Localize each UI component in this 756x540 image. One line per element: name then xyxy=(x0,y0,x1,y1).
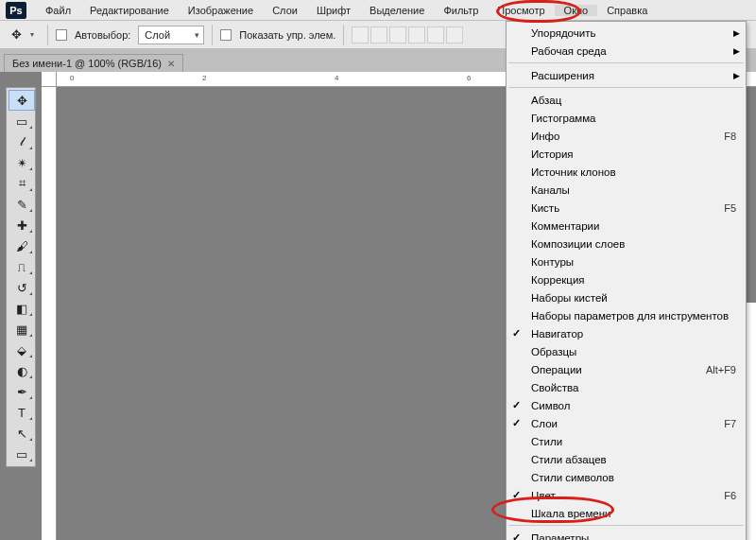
menu-item-label: Инфо xyxy=(531,131,559,142)
menu-item-label: Стили xyxy=(531,436,562,447)
menu-item[interactable]: Шкала времени xyxy=(507,504,746,522)
gradient-tool[interactable]: ▦ xyxy=(9,319,35,340)
lasso-tool[interactable]: 𝓁 xyxy=(9,131,35,152)
stamp-tool[interactable]: ⎍ xyxy=(9,256,35,277)
check-icon: ✓ xyxy=(512,399,521,411)
menu-separator xyxy=(508,87,744,88)
menu-item-label: Стили символов xyxy=(531,472,614,483)
magic-wand-tool[interactable]: ✴ xyxy=(9,152,35,173)
menu-item[interactable]: Свойства xyxy=(507,378,746,396)
shape-tool[interactable]: ▭ xyxy=(9,444,35,464)
menu-item[interactable]: Слои✓F7 xyxy=(507,414,746,432)
menu-item[interactable]: Рабочая среда▶ xyxy=(507,42,746,60)
menu-item-label: Каналы xyxy=(531,184,570,196)
align-button[interactable] xyxy=(370,26,387,44)
menu-item[interactable]: ИнфоF8 xyxy=(507,127,746,145)
shortcut-label: F8 xyxy=(724,131,736,142)
window-menu-dropdown: Упорядочить▶Рабочая среда▶Расширения▶Абз… xyxy=(506,21,747,540)
eraser-tool[interactable]: ◧ xyxy=(9,298,35,319)
show-controls-label: Показать упр. элем. xyxy=(239,29,335,41)
menu-item[interactable]: Стили xyxy=(507,432,746,450)
healing-tool[interactable]: ✚ xyxy=(9,215,35,235)
menu-item-label: Стили абзацев xyxy=(531,454,607,465)
history-brush-tool[interactable]: ↺ xyxy=(9,277,35,298)
menu-просмотр[interactable]: Просмотр xyxy=(488,5,554,16)
menu-item[interactable]: Композиции слоев xyxy=(507,235,746,253)
menu-item[interactable]: Цвет✓F6 xyxy=(507,486,746,504)
menu-изображение[interactable]: Изображение xyxy=(179,5,263,16)
menu-шрифт[interactable]: Шрифт xyxy=(307,5,360,16)
menu-item[interactable]: Навигатор✓ xyxy=(507,324,746,342)
tool-preset-chevron-icon[interactable]: ▾ xyxy=(30,30,40,40)
menu-item[interactable]: Абзац xyxy=(507,91,746,109)
brush-tool[interactable]: 🖌 xyxy=(9,235,35,256)
menu-item-label: Свойства xyxy=(531,382,579,393)
check-icon: ✓ xyxy=(512,417,521,429)
toolbox: ✥▭𝓁✴⌗✎✚🖌⎍↺◧▦⬙◐✒T↖▭ xyxy=(6,87,36,467)
menu-item[interactable]: Расширения▶ xyxy=(507,66,746,84)
menu-item-label: Наборы кистей xyxy=(531,292,608,304)
crop-tool[interactable]: ⌗ xyxy=(9,173,35,194)
menu-item-label: Коррекция xyxy=(531,274,585,286)
menu-item-label: Контуры xyxy=(531,256,574,268)
menu-item-label: Абзац xyxy=(531,95,561,106)
menu-редактирование[interactable]: Редактирование xyxy=(80,5,179,16)
menu-item-label: Символ xyxy=(531,400,570,411)
menu-item[interactable]: Образцы xyxy=(507,342,746,360)
pen-tool[interactable]: ✒ xyxy=(9,381,35,402)
shortcut-label: Alt+F9 xyxy=(706,364,736,375)
menu-item[interactable]: Упорядочить▶ xyxy=(507,24,746,42)
shortcut-label: F5 xyxy=(724,202,736,214)
align-button[interactable] xyxy=(352,26,369,44)
document-tab[interactable]: Без имени-1 @ 100% (RGB/16) ✕ xyxy=(4,54,183,72)
document-tab-title: Без имени-1 @ 100% (RGB/16) xyxy=(12,58,162,69)
check-icon: ✓ xyxy=(512,531,521,540)
submenu-arrow-icon: ▶ xyxy=(733,46,740,56)
check-icon: ✓ xyxy=(512,327,521,340)
menu-item[interactable]: Контуры xyxy=(507,253,746,270)
menu-item[interactable]: История xyxy=(507,145,746,163)
menu-item[interactable]: Параметры✓ xyxy=(507,529,746,540)
menu-item[interactable]: Стили абзацев xyxy=(507,450,746,468)
path-select-tool[interactable]: ↖ xyxy=(9,423,35,444)
align-button[interactable] xyxy=(427,26,444,44)
menu-item[interactable]: Наборы параметров для инструментов xyxy=(507,306,746,324)
menu-item[interactable]: Коррекция xyxy=(507,270,746,288)
menu-item-label: Комментарии xyxy=(531,220,599,232)
menu-справка[interactable]: Справка xyxy=(597,5,657,16)
autoselect-value: Слой xyxy=(145,29,170,41)
autoselect-dropdown[interactable]: Слой xyxy=(138,26,204,44)
menu-файл[interactable]: Файл xyxy=(36,5,80,16)
type-tool[interactable]: T xyxy=(9,402,35,423)
eyedropper-tool[interactable]: ✎ xyxy=(9,194,35,215)
menu-выделение[interactable]: Выделение xyxy=(360,5,434,16)
align-button[interactable] xyxy=(389,26,406,44)
marquee-tool[interactable]: ▭ xyxy=(9,111,35,131)
menu-item[interactable]: Символ✓ xyxy=(507,396,746,414)
menu-item-label: Слои xyxy=(531,418,558,429)
menu-item[interactable]: Источник клонов xyxy=(507,163,746,181)
ruler-corner xyxy=(42,72,57,87)
menu-item-label: Образцы xyxy=(531,346,576,357)
menu-item[interactable]: КистьF5 xyxy=(507,199,746,217)
blur-tool[interactable]: ⬙ xyxy=(9,340,35,360)
move-tool[interactable]: ✥ xyxy=(9,90,35,111)
menu-item[interactable]: Каналы xyxy=(507,181,746,199)
move-tool-icon: ✥ xyxy=(8,26,25,44)
menu-item[interactable]: Гистограмма xyxy=(507,109,746,127)
align-button[interactable] xyxy=(408,26,425,44)
close-icon[interactable]: ✕ xyxy=(167,59,175,69)
align-button[interactable] xyxy=(446,26,463,44)
menu-слои[interactable]: Слои xyxy=(263,5,307,16)
menu-окно[interactable]: Окно xyxy=(555,5,598,16)
menu-separator xyxy=(508,525,744,526)
menu-фильтр[interactable]: Фильтр xyxy=(434,5,488,16)
dodge-tool[interactable]: ◐ xyxy=(9,360,35,381)
menu-item[interactable]: Комментарии xyxy=(507,217,746,235)
show-controls-checkbox[interactable] xyxy=(220,29,232,41)
autoselect-checkbox[interactable] xyxy=(56,29,67,41)
menu-item[interactable]: Наборы кистей xyxy=(507,288,746,306)
menu-item-label: Гистограмма xyxy=(531,113,595,124)
menu-item[interactable]: Стили символов xyxy=(507,468,746,486)
menu-item[interactable]: ОперацииAlt+F9 xyxy=(507,360,746,378)
